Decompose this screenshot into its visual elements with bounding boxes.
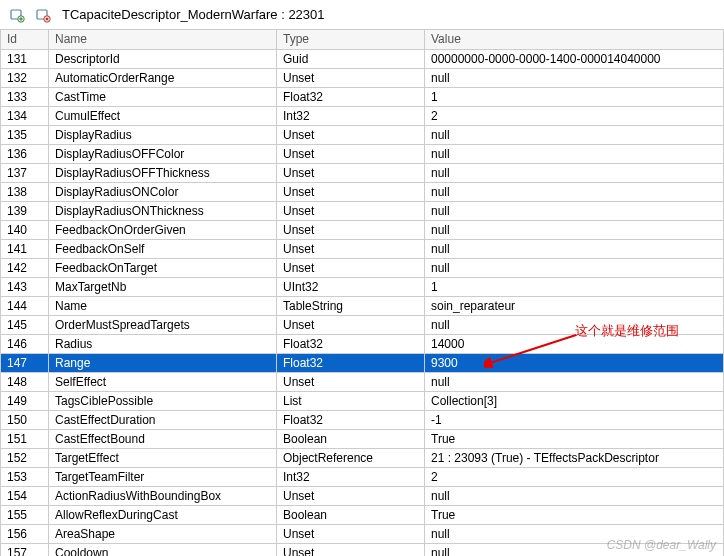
- cell-value[interactable]: 9300: [425, 353, 724, 372]
- cell-name[interactable]: FeedbackOnTarget: [49, 258, 277, 277]
- table-row[interactable]: 136DisplayRadiusOFFColorUnsetnull: [1, 144, 724, 163]
- cell-type[interactable]: Unset: [277, 239, 425, 258]
- cell-name[interactable]: TargetEffect: [49, 448, 277, 467]
- cell-value[interactable]: null: [425, 372, 724, 391]
- cell-id[interactable]: 144: [1, 296, 49, 315]
- cell-name[interactable]: TargetTeamFilter: [49, 467, 277, 486]
- cell-value[interactable]: null: [425, 220, 724, 239]
- cell-type[interactable]: Boolean: [277, 429, 425, 448]
- cell-type[interactable]: TableString: [277, 296, 425, 315]
- cell-value[interactable]: Collection[3]: [425, 391, 724, 410]
- clear-filter-icon[interactable]: [32, 4, 54, 26]
- cell-type[interactable]: List: [277, 391, 425, 410]
- cell-id[interactable]: 152: [1, 448, 49, 467]
- cell-id[interactable]: 145: [1, 315, 49, 334]
- cell-type[interactable]: ObjectReference: [277, 448, 425, 467]
- cell-id[interactable]: 136: [1, 144, 49, 163]
- cell-value[interactable]: 21 : 23093 (True) - TEffectsPackDescript…: [425, 448, 724, 467]
- cell-id[interactable]: 132: [1, 68, 49, 87]
- table-row[interactable]: 152TargetEffectObjectReference21 : 23093…: [1, 448, 724, 467]
- cell-type[interactable]: Unset: [277, 486, 425, 505]
- cell-type[interactable]: Unset: [277, 163, 425, 182]
- cell-type[interactable]: Unset: [277, 220, 425, 239]
- cell-name[interactable]: AreaShape: [49, 524, 277, 543]
- cell-type[interactable]: Float32: [277, 353, 425, 372]
- cell-value[interactable]: 00000000-0000-0000-1400-000014040000: [425, 49, 724, 68]
- cell-type[interactable]: Unset: [277, 372, 425, 391]
- cell-value[interactable]: 2: [425, 106, 724, 125]
- cell-id[interactable]: 147: [1, 353, 49, 372]
- table-row[interactable]: 151CastEffectBoundBooleanTrue: [1, 429, 724, 448]
- cell-type[interactable]: Unset: [277, 524, 425, 543]
- cell-id[interactable]: 154: [1, 486, 49, 505]
- cell-value[interactable]: null: [425, 144, 724, 163]
- cell-name[interactable]: AllowReflexDuringCast: [49, 505, 277, 524]
- cell-value[interactable]: 2: [425, 467, 724, 486]
- cell-value[interactable]: null: [425, 163, 724, 182]
- cell-id[interactable]: 131: [1, 49, 49, 68]
- cell-name[interactable]: MaxTargetNb: [49, 277, 277, 296]
- cell-id[interactable]: 148: [1, 372, 49, 391]
- cell-id[interactable]: 137: [1, 163, 49, 182]
- cell-type[interactable]: Boolean: [277, 505, 425, 524]
- table-row[interactable]: 139DisplayRadiusONThicknessUnsetnull: [1, 201, 724, 220]
- cell-name[interactable]: Radius: [49, 334, 277, 353]
- header-value[interactable]: Value: [425, 30, 724, 49]
- cell-type[interactable]: Unset: [277, 68, 425, 87]
- table-row[interactable]: 138DisplayRadiusONColorUnsetnull: [1, 182, 724, 201]
- cell-type[interactable]: Float32: [277, 87, 425, 106]
- cell-value[interactable]: True: [425, 429, 724, 448]
- cell-value[interactable]: -1: [425, 410, 724, 429]
- table-row[interactable]: 141FeedbackOnSelfUnsetnull: [1, 239, 724, 258]
- cell-value[interactable]: null: [425, 125, 724, 144]
- cell-type[interactable]: Unset: [277, 125, 425, 144]
- cell-name[interactable]: DisplayRadiusONThickness: [49, 201, 277, 220]
- cell-name[interactable]: Cooldown: [49, 543, 277, 556]
- table-row[interactable]: 154ActionRadiusWithBoundingBoxUnsetnull: [1, 486, 724, 505]
- cell-value[interactable]: null: [425, 182, 724, 201]
- header-name[interactable]: Name: [49, 30, 277, 49]
- table-row[interactable]: 148SelfEffectUnsetnull: [1, 372, 724, 391]
- table-row[interactable]: 153TargetTeamFilterInt322: [1, 467, 724, 486]
- table-row[interactable]: 144NameTableStringsoin_reparateur: [1, 296, 724, 315]
- cell-name[interactable]: CastEffectBound: [49, 429, 277, 448]
- cell-id[interactable]: 156: [1, 524, 49, 543]
- table-row[interactable]: 143MaxTargetNbUInt321: [1, 277, 724, 296]
- cell-id[interactable]: 141: [1, 239, 49, 258]
- cell-value[interactable]: null: [425, 258, 724, 277]
- table-row[interactable]: 134CumulEffectInt322: [1, 106, 724, 125]
- cell-id[interactable]: 135: [1, 125, 49, 144]
- cell-name[interactable]: CastEffectDuration: [49, 410, 277, 429]
- cell-id[interactable]: 149: [1, 391, 49, 410]
- table-row[interactable]: 155AllowReflexDuringCastBooleanTrue: [1, 505, 724, 524]
- cell-name[interactable]: ActionRadiusWithBoundingBox: [49, 486, 277, 505]
- add-filter-icon[interactable]: [6, 4, 28, 26]
- cell-value[interactable]: null: [425, 239, 724, 258]
- table-row[interactable]: 133CastTimeFloat321: [1, 87, 724, 106]
- header-id[interactable]: Id: [1, 30, 49, 49]
- cell-type[interactable]: Int32: [277, 106, 425, 125]
- cell-id[interactable]: 143: [1, 277, 49, 296]
- cell-type[interactable]: Float32: [277, 410, 425, 429]
- cell-name[interactable]: DisplayRadiusOFFColor: [49, 144, 277, 163]
- cell-name[interactable]: FeedbackOnSelf: [49, 239, 277, 258]
- table-row[interactable]: 142FeedbackOnTargetUnsetnull: [1, 258, 724, 277]
- cell-value[interactable]: null: [425, 201, 724, 220]
- cell-id[interactable]: 134: [1, 106, 49, 125]
- cell-type[interactable]: Unset: [277, 315, 425, 334]
- cell-id[interactable]: 155: [1, 505, 49, 524]
- cell-value[interactable]: null: [425, 486, 724, 505]
- cell-name[interactable]: FeedbackOnOrderGiven: [49, 220, 277, 239]
- table-row[interactable]: 149TagsCiblePossibleListCollection[3]: [1, 391, 724, 410]
- cell-name[interactable]: CastTime: [49, 87, 277, 106]
- cell-type[interactable]: Unset: [277, 144, 425, 163]
- cell-id[interactable]: 157: [1, 543, 49, 556]
- table-row[interactable]: 135DisplayRadiusUnsetnull: [1, 125, 724, 144]
- cell-value[interactable]: 1: [425, 277, 724, 296]
- cell-name[interactable]: DescriptorId: [49, 49, 277, 68]
- cell-type[interactable]: Unset: [277, 258, 425, 277]
- cell-name[interactable]: Range: [49, 353, 277, 372]
- cell-name[interactable]: DisplayRadiusONColor: [49, 182, 277, 201]
- cell-type[interactable]: Guid: [277, 49, 425, 68]
- table-row[interactable]: 147RangeFloat329300: [1, 353, 724, 372]
